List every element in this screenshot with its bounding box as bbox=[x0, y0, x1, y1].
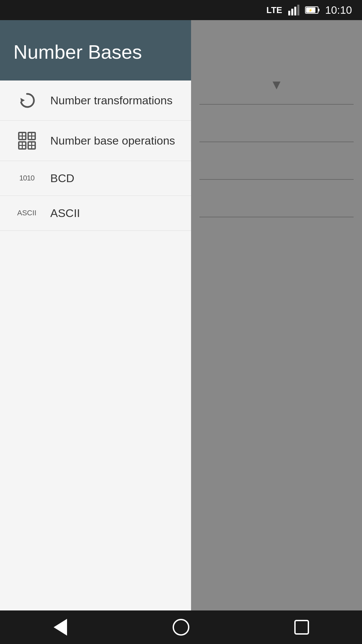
input-line-1 bbox=[199, 104, 354, 105]
menu-item-number-transformations[interactable]: Number transformations bbox=[0, 80, 191, 121]
battery-icon: ⚡ bbox=[305, 6, 320, 14]
number-transformations-icon bbox=[13, 91, 40, 110]
menu-item-number-base-operations[interactable]: Number base operations bbox=[0, 121, 191, 161]
ascii-icon: ASCII bbox=[13, 209, 40, 217]
status-bar: LTE ⚡ 10:10 bbox=[0, 0, 362, 20]
svg-rect-5 bbox=[318, 9, 319, 11]
bcd-label: BCD bbox=[50, 172, 74, 185]
svg-rect-0 bbox=[288, 11, 290, 15]
ascii-icon-text: ASCII bbox=[17, 209, 36, 217]
lte-icon: LTE bbox=[266, 5, 282, 15]
svg-rect-1 bbox=[291, 9, 293, 15]
bottom-nav-bar bbox=[0, 610, 362, 644]
bcd-icon-text: 1010 bbox=[19, 174, 35, 182]
menu-item-bcd[interactable]: 1010 BCD bbox=[0, 161, 191, 196]
input-line-2 bbox=[199, 142, 354, 142]
back-button[interactable] bbox=[47, 614, 74, 641]
drawer-header: Number Bases bbox=[0, 20, 191, 80]
bcd-icon: 1010 bbox=[13, 174, 40, 182]
recents-icon bbox=[294, 620, 309, 635]
recents-button[interactable] bbox=[288, 614, 315, 641]
right-panel-dropdown-area: ▼ bbox=[191, 77, 362, 92]
home-icon bbox=[173, 619, 189, 636]
input-line-3 bbox=[199, 179, 354, 180]
dropdown-arrow-icon[interactable]: ▼ bbox=[270, 77, 283, 92]
svg-marker-8 bbox=[20, 98, 25, 102]
home-button[interactable] bbox=[168, 614, 194, 641]
number-base-operations-icon bbox=[13, 131, 40, 150]
drawer-menu: Number transformations bbox=[0, 80, 191, 231]
right-panel-lines bbox=[191, 104, 362, 254]
signal-icon bbox=[288, 4, 300, 16]
refresh-icon bbox=[18, 91, 36, 110]
menu-item-ascii[interactable]: ASCII ASCII bbox=[0, 196, 191, 231]
number-base-operations-label: Number base operations bbox=[50, 134, 175, 147]
svg-rect-3 bbox=[297, 5, 299, 15]
drawer-title: Number Bases bbox=[13, 40, 178, 64]
svg-text:⚡: ⚡ bbox=[308, 8, 313, 12]
time-display: 10:10 bbox=[325, 4, 352, 16]
calculator-grid-icon bbox=[18, 131, 36, 150]
back-icon bbox=[54, 619, 67, 636]
navigation-drawer: Number Bases Number transformations bbox=[0, 20, 191, 644]
status-bar-right: LTE ⚡ 10:10 bbox=[266, 4, 352, 16]
number-transformations-label: Number transformations bbox=[50, 94, 173, 107]
input-line-4 bbox=[199, 217, 354, 217]
ascii-label: ASCII bbox=[50, 207, 80, 220]
svg-rect-2 bbox=[294, 7, 296, 15]
